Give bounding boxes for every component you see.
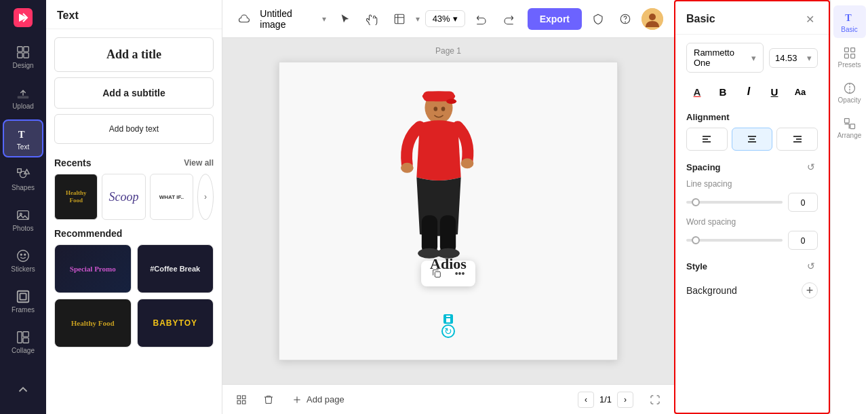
add-title-button[interactable]: Add a title [54, 37, 214, 72]
zoom-control[interactable]: 43% ▾ [425, 10, 465, 27]
handle-bm[interactable] [445, 317, 452, 324]
sidebar-item-text[interactable]: T Text [3, 119, 43, 157]
props-title: Basic [686, 13, 715, 25]
right-tool-opacity[interactable]: Opacity [833, 76, 866, 109]
format-row: A B I U Aa [686, 81, 818, 102]
handle-ml[interactable] [443, 316, 450, 322]
document-title-area[interactable]: Untitled image ▾ [260, 8, 326, 30]
rec-item-babytoy[interactable]: BABYTOY [137, 299, 214, 347]
line-spacing-thumb[interactable] [692, 198, 700, 206]
sidebar-item-design[interactable]: Design [3, 38, 43, 76]
app-logo[interactable] [11, 5, 35, 30]
add-subtitle-button[interactable]: Add a subtitle [54, 77, 214, 109]
alignment-label: Alignment [686, 112, 730, 122]
svg-point-24 [649, 14, 656, 20]
rec-item-special-promo[interactable]: Special Promo [54, 244, 132, 293]
svg-rect-31 [422, 215, 437, 253]
redo-btn[interactable] [498, 8, 519, 30]
font-family-value: Rammetto One [694, 48, 751, 68]
line-spacing-value[interactable]: 0 [788, 193, 818, 212]
add-body-button[interactable]: Add body text [54, 114, 214, 144]
expand-btn[interactable] [644, 389, 666, 411]
rotate-handle[interactable]: ↻ [441, 324, 455, 338]
word-spacing-thumb[interactable] [692, 236, 700, 244]
doc-title-chevron[interactable]: ▾ [322, 14, 326, 24]
rotate-icon: ↻ [444, 326, 452, 337]
svg-rect-2 [24, 47, 28, 52]
select-tool-btn[interactable] [334, 8, 356, 30]
word-spacing-slider[interactable] [686, 239, 783, 242]
text-color-btn[interactable]: A [686, 81, 708, 102]
selection-border [446, 316, 451, 322]
underline-btn[interactable]: U [764, 81, 785, 102]
add-page-label: Add page [307, 394, 344, 404]
spacing-reset-btn[interactable]: ↺ [804, 160, 818, 174]
next-page-btn[interactable]: › [617, 392, 633, 408]
sidebar-item-frames[interactable]: Frames [3, 282, 43, 320]
view-all-link[interactable]: View all [184, 158, 214, 168]
shield-btn[interactable] [587, 8, 609, 30]
collapse-up-btn[interactable] [3, 371, 43, 409]
close-props-btn[interactable]: ✕ [802, 11, 818, 27]
align-right-btn[interactable] [776, 128, 818, 151]
sidebar-item-collage[interactable]: Collage [3, 323, 43, 361]
right-tool-presets[interactable]: Presets [833, 41, 866, 73]
word-spacing-value[interactable]: 0 [788, 231, 818, 250]
style-reset-btn[interactable]: ↺ [804, 259, 818, 273]
font-size-select[interactable]: 14.53 ▾ [769, 48, 818, 68]
canvas-wrapper[interactable]: Page 1 [222, 38, 674, 384]
handle-br[interactable] [446, 317, 453, 324]
delete-btn[interactable] [258, 389, 279, 411]
svg-point-36 [441, 107, 446, 111]
recent-item-healthy-food[interactable]: HealthyFood [54, 174, 98, 220]
sidebar-item-shapes[interactable]: Shapes [3, 160, 43, 198]
sidebar-item-upload[interactable]: Upload [3, 79, 43, 117]
handle-tr[interactable] [446, 314, 453, 321]
svg-rect-15 [18, 291, 29, 303]
right-tool-basic[interactable]: T Basic [833, 5, 866, 38]
font-family-select[interactable]: Rammetto One ▾ [686, 43, 764, 73]
rec-item-coffee-break[interactable]: #Coffee Break [137, 244, 214, 293]
align-row [686, 128, 818, 151]
handle-mr[interactable] [446, 316, 453, 322]
case-btn[interactable]: Aa [789, 81, 811, 102]
right-tool-basic-label: Basic [841, 26, 857, 33]
prev-page-btn[interactable]: ‹ [578, 392, 594, 408]
svg-rect-1 [18, 47, 22, 52]
sidebar-item-stickers[interactable]: Stickers [3, 242, 43, 280]
add-page-button[interactable]: Add page [285, 392, 351, 408]
cloud-save-btn[interactable] [233, 8, 254, 30]
recent-item-what-if[interactable]: WHAT IF.. [150, 174, 193, 220]
handle-tl[interactable] [443, 314, 450, 321]
background-row: Background + [686, 278, 818, 303]
hand-tool-btn[interactable] [361, 8, 383, 30]
handle-bl[interactable] [443, 317, 450, 324]
undo-btn[interactable] [471, 8, 492, 30]
add-background-btn[interactable]: + [802, 282, 818, 299]
line-spacing-slider[interactable] [686, 201, 783, 204]
recent-item-scoop[interactable]: Scoop [102, 174, 145, 220]
topbar: Untitled image ▾ ▾ [222, 0, 674, 38]
user-avatar[interactable] [642, 8, 663, 30]
font-size-value: 14.53 [775, 53, 797, 63]
right-tool-arrange[interactable]: Arrange [833, 111, 866, 144]
italic-btn[interactable]: I [738, 81, 760, 102]
document-title: Untitled image [260, 8, 319, 30]
grid-view-btn[interactable] [231, 389, 252, 411]
sidebar-item-photos[interactable]: Photos [3, 201, 43, 239]
export-button[interactable]: Export [528, 8, 582, 30]
help-btn[interactable] [614, 8, 636, 30]
align-left-btn[interactable] [686, 128, 728, 151]
alignment-section: Alignment [686, 112, 818, 122]
canvas[interactable]: ••• Adios [279, 62, 618, 360]
bold-btn[interactable]: B [712, 81, 734, 102]
text-element[interactable]: Adios [408, 250, 489, 278]
recents-label: Recents [54, 157, 91, 168]
frame-tool-btn[interactable] [389, 8, 410, 30]
rec-item-healthy-food2[interactable]: Healthy Food [54, 299, 132, 347]
svg-rect-49 [850, 124, 854, 128]
font-row: Rammetto One ▾ 14.53 ▾ [686, 43, 818, 73]
align-center-btn[interactable] [732, 128, 773, 151]
recents-next-arrow[interactable]: › [197, 174, 214, 220]
handle-tm[interactable] [445, 314, 452, 321]
